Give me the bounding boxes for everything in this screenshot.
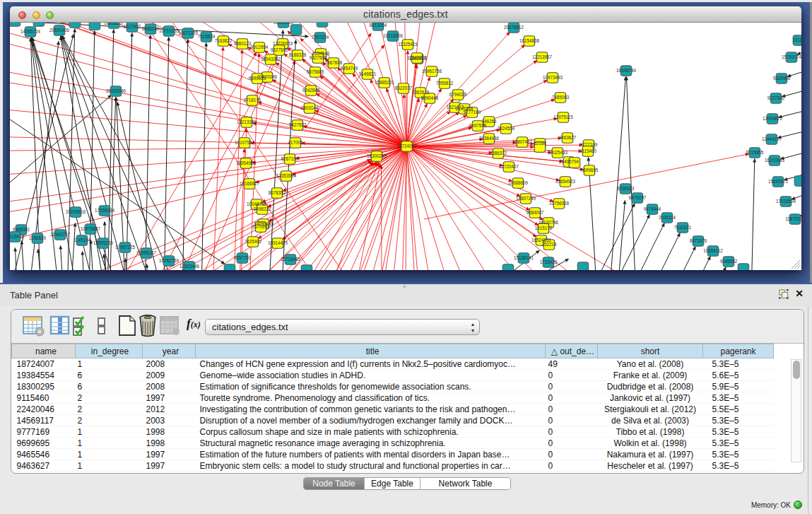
svg-text:11325419: 11325419 <box>398 42 418 47</box>
svg-text:9860123: 9860123 <box>234 41 252 46</box>
svg-text:19166827: 19166827 <box>240 181 260 186</box>
svg-text:16782759: 16782759 <box>159 258 180 263</box>
svg-text:18724007: 18724007 <box>396 144 417 148</box>
svg-text:10654112: 10654112 <box>703 248 723 253</box>
svg-text:3915911: 3915911 <box>10 234 24 239</box>
svg-text:16671355: 16671355 <box>178 30 199 35</box>
svg-text:20876812: 20876812 <box>504 25 524 30</box>
svg-text:11675338: 11675338 <box>785 216 801 221</box>
svg-text:18807249: 18807249 <box>516 196 536 201</box>
svg-text:8454749: 8454749 <box>341 66 358 71</box>
svg-text:7955812: 7955812 <box>436 81 454 86</box>
svg-text:10756928: 10756928 <box>549 201 570 206</box>
svg-text:6479197: 6479197 <box>629 195 647 200</box>
svg-text:9385081: 9385081 <box>13 227 30 232</box>
svg-text:15718485: 15718485 <box>281 257 301 262</box>
svg-text:1362615: 1362615 <box>412 90 430 95</box>
svg-text:2935114: 2935114 <box>659 215 676 220</box>
svg-text:15692871: 15692871 <box>768 179 789 184</box>
svg-text:12353594: 12353594 <box>276 173 297 178</box>
svg-text:12340910: 12340910 <box>407 55 428 60</box>
svg-text:9463627: 9463627 <box>559 135 577 140</box>
svg-text:15136141: 15136141 <box>514 255 534 260</box>
svg-text:20053346: 20053346 <box>106 88 126 93</box>
svg-text:12923446: 12923446 <box>180 264 200 269</box>
svg-text:19218506: 19218506 <box>383 33 404 38</box>
svg-text:15885201: 15885201 <box>375 80 395 85</box>
svg-text:8215955: 8215955 <box>746 150 764 155</box>
svg-text:2803144: 2803144 <box>301 105 319 110</box>
svg-text:17359924: 17359924 <box>95 208 115 213</box>
svg-text:9777169: 9777169 <box>580 142 598 147</box>
svg-text:2867608: 2867608 <box>325 60 343 65</box>
svg-text:9890123: 9890123 <box>249 76 266 81</box>
svg-text:16648784: 16648784 <box>616 68 637 73</box>
svg-text:9327505: 9327505 <box>271 47 288 52</box>
svg-text:3624554: 3624554 <box>498 126 515 131</box>
svg-text:1733426: 1733426 <box>540 259 558 264</box>
svg-text:20691406: 20691406 <box>49 28 70 33</box>
svg-text:8938923: 8938923 <box>617 186 635 191</box>
svg-text:62160: 62160 <box>534 141 546 146</box>
svg-text:12213967: 12213967 <box>532 54 553 59</box>
svg-text:10961758: 10961758 <box>422 69 442 74</box>
svg-text:1570991: 1570991 <box>252 224 270 229</box>
svg-text:11123: 11123 <box>793 37 801 42</box>
svg-text:9084067: 9084067 <box>526 210 544 215</box>
svg-text:9227342: 9227342 <box>767 95 785 100</box>
svg-text:8322037: 8322037 <box>395 86 413 90</box>
svg-text:16154808: 16154808 <box>519 38 540 43</box>
svg-text:12975115: 12975115 <box>553 115 573 119</box>
svg-text:8678352: 8678352 <box>269 190 286 195</box>
svg-text:9329966: 9329966 <box>773 76 791 81</box>
svg-text:12505135: 12505135 <box>93 240 114 245</box>
svg-text:16033809: 16033809 <box>273 23 294 25</box>
svg-text:14055724: 14055724 <box>20 29 41 34</box>
svg-text:6466160: 6466160 <box>142 26 160 31</box>
svg-text:7625402: 7625402 <box>245 239 262 244</box>
svg-text:1527602: 1527602 <box>124 24 141 29</box>
svg-text:6497508: 6497508 <box>469 123 487 128</box>
svg-text:10025433: 10025433 <box>548 150 568 155</box>
svg-text:417006: 417006 <box>288 140 303 145</box>
svg-text:19654923: 19654923 <box>555 179 576 184</box>
svg-text:13226053: 13226053 <box>273 41 293 46</box>
svg-text:8813054: 8813054 <box>370 23 387 28</box>
svg-text:6794028: 6794028 <box>449 92 467 97</box>
svg-text:15751074: 15751074 <box>782 54 801 59</box>
svg-text:10107554: 10107554 <box>235 140 255 145</box>
svg-text:10688609: 10688609 <box>508 180 529 185</box>
svg-text:10973493: 10973493 <box>543 75 563 80</box>
svg-text:9777169: 9777169 <box>464 110 481 115</box>
svg-text:10046735: 10046735 <box>247 201 267 206</box>
svg-text:20364436: 20364436 <box>479 136 500 141</box>
svg-text:9699695: 9699695 <box>581 168 599 173</box>
svg-text:16120746: 16120746 <box>539 220 559 225</box>
svg-text:18300295: 18300295 <box>367 153 387 158</box>
svg-text:7485063: 7485063 <box>552 95 570 100</box>
svg-text:9242848: 9242848 <box>302 88 320 93</box>
svg-text:8267150: 8267150 <box>281 156 299 161</box>
svg-text:17957225: 17957225 <box>115 245 136 250</box>
svg-text:12093872: 12093872 <box>763 116 783 121</box>
svg-text:8186328: 8186328 <box>289 52 307 57</box>
svg-text:12213369: 12213369 <box>237 119 257 124</box>
svg-text:8471676: 8471676 <box>690 238 707 243</box>
svg-text:10958107: 10958107 <box>136 250 157 255</box>
svg-text:15720407: 15720407 <box>499 164 519 169</box>
svg-text:9115460: 9115460 <box>579 148 597 153</box>
svg-text:7632621: 7632621 <box>674 225 692 230</box>
svg-text:8427552: 8427552 <box>289 122 307 127</box>
svg-text:16495794: 16495794 <box>559 159 579 164</box>
svg-text:7515524: 7515524 <box>198 34 216 39</box>
svg-text:16210643: 16210643 <box>765 158 785 163</box>
svg-text:19654985: 19654985 <box>236 160 257 165</box>
svg-text:5875685: 5875685 <box>307 69 324 74</box>
svg-text:20206516: 20206516 <box>66 209 86 214</box>
svg-text:7357224: 7357224 <box>312 35 329 40</box>
svg-text:10653267: 10653267 <box>104 23 124 25</box>
svg-text:8912954: 8912954 <box>251 45 269 49</box>
svg-text:10975887: 10975887 <box>81 226 101 231</box>
svg-text:1156829: 1156829 <box>29 235 47 240</box>
svg-text:252214: 252214 <box>541 242 557 247</box>
